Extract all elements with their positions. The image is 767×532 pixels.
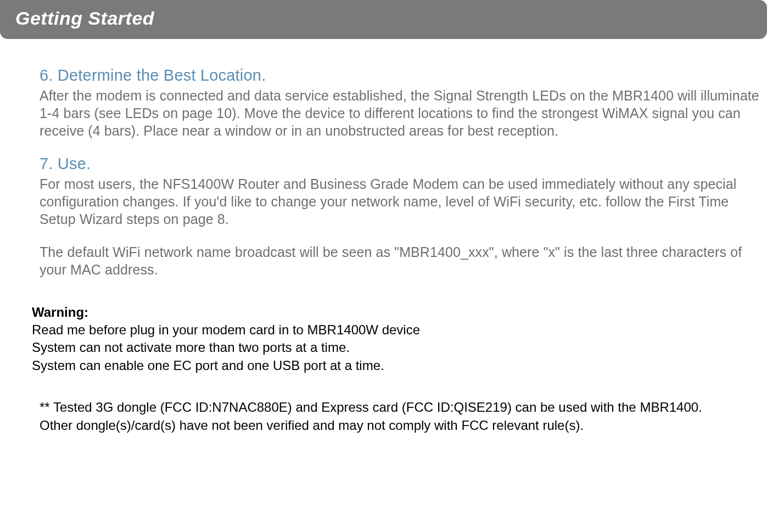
content-area: 6. Determine the Best Location. After th… [0,66,767,278]
footnote-text: ** Tested 3G dongle (FCC ID:N7NAC880E) a… [40,399,734,434]
footnote-block: ** Tested 3G dongle (FCC ID:N7NAC880E) a… [0,399,767,434]
warning-line-3: System can enable one EC port and one US… [32,357,745,374]
step-7-heading: 7. Use. [40,155,762,173]
warning-line-1: Read me before plug in your modem card i… [32,321,745,339]
step-7-extra: The default WiFi network name broadcast … [40,243,762,278]
step-6: 6. Determine the Best Location. After th… [40,66,762,139]
warning-line-2: System can not activate more than two po… [32,339,745,356]
warning-block: Warning: Read me before plug in your mod… [0,305,767,374]
step-6-heading: 6. Determine the Best Location. [40,66,762,85]
warning-title: Warning: [32,305,745,320]
page-header-title: Getting Started [15,8,154,29]
page-header: Getting Started [0,0,767,39]
step-6-body: After the modem is connected and data se… [40,87,762,139]
step-7: 7. Use. For most users, the NFS1400W Rou… [40,155,762,278]
step-7-body: For most users, the NFS1400W Router and … [40,175,762,228]
